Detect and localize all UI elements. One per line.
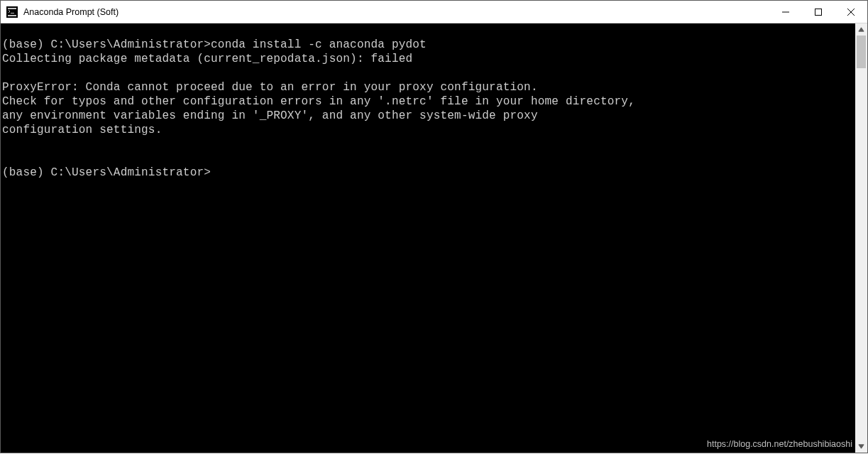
window-title: Anaconda Prompt (Soft) <box>23 7 119 17</box>
app-icon <box>6 6 18 18</box>
terminal-output[interactable]: (base) C:\Users\Administrator>conda inst… <box>1 23 855 180</box>
scrollbar-thumb[interactable] <box>857 36 866 68</box>
maximize-button[interactable] <box>802 1 835 23</box>
svg-marker-10 <box>859 445 864 448</box>
minimize-button[interactable] <box>769 1 802 23</box>
svg-rect-3 <box>8 15 16 16</box>
svg-rect-2 <box>8 8 16 9</box>
watermark-text: https://blog.csdn.net/zhebushibiaoshi <box>707 439 852 449</box>
titlebar[interactable]: Anaconda Prompt (Soft) <box>1 1 867 23</box>
terminal-area[interactable]: (base) C:\Users\Administrator>conda inst… <box>1 23 855 453</box>
svg-rect-4 <box>11 13 14 13</box>
close-button[interactable] <box>835 1 867 23</box>
svg-marker-9 <box>859 28 864 31</box>
window-root: Anaconda Prompt (Soft) (base) C:\Users\A… <box>0 0 868 453</box>
svg-rect-6 <box>815 9 822 15</box>
vertical-scrollbar[interactable] <box>855 23 867 453</box>
scroll-down-button[interactable] <box>855 441 867 453</box>
scrollbar-track[interactable] <box>855 36 867 441</box>
client-area: (base) C:\Users\Administrator>conda inst… <box>1 23 867 453</box>
scroll-up-button[interactable] <box>855 23 867 36</box>
